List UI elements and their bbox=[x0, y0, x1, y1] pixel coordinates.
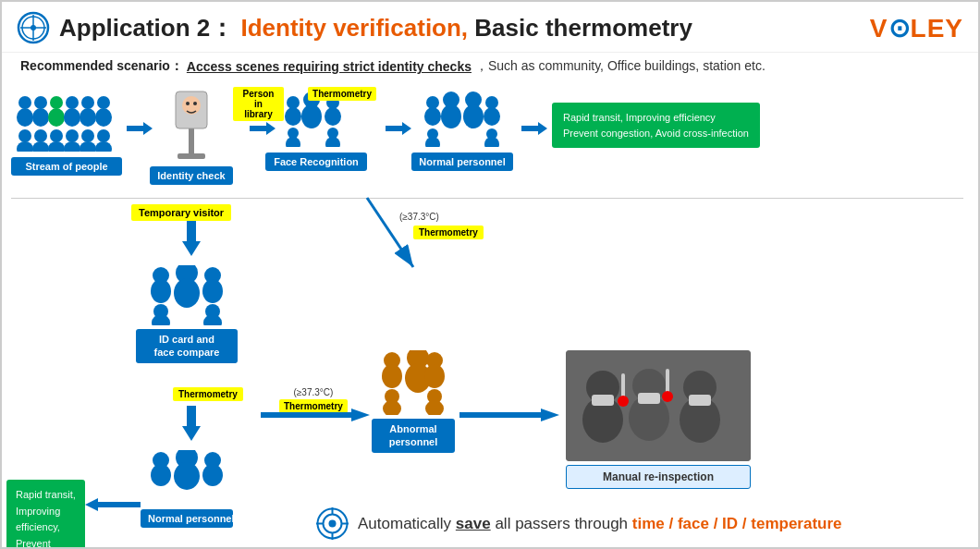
thermometry-badge-3: Thermometry bbox=[173, 387, 243, 401]
svg-marker-60 bbox=[521, 122, 547, 135]
scenario-prefix: Recommended scenario： bbox=[20, 58, 183, 75]
svg-point-86 bbox=[424, 364, 445, 388]
arrow3 bbox=[386, 119, 413, 141]
svg-point-21 bbox=[50, 129, 63, 142]
svg-marker-80 bbox=[261, 409, 370, 421]
svg-point-19 bbox=[34, 129, 47, 142]
svg-rect-97 bbox=[592, 395, 614, 406]
save-word: save bbox=[456, 515, 491, 532]
auto-save-row: Automatically save all passers through t… bbox=[316, 507, 842, 540]
temp-visitor-label: Temporary visitor bbox=[139, 207, 224, 218]
svg-point-54 bbox=[485, 96, 498, 109]
divider bbox=[11, 198, 963, 199]
person-library-badge: Person in library bbox=[233, 87, 284, 121]
svg-point-22 bbox=[48, 141, 65, 152]
svg-point-88 bbox=[383, 400, 401, 415]
manual-photo bbox=[566, 350, 751, 461]
svg-point-11 bbox=[66, 96, 79, 109]
svg-point-55 bbox=[484, 107, 500, 126]
svg-point-48 bbox=[426, 96, 439, 109]
id-card-label: ID card and face compare bbox=[136, 329, 238, 363]
normal-personnel-group: Normal personnel bbox=[416, 92, 513, 171]
svg-point-40 bbox=[301, 104, 322, 128]
diag-arrow-svg bbox=[358, 193, 423, 276]
svg-point-71 bbox=[203, 314, 222, 325]
diag-arrow-container bbox=[358, 193, 423, 280]
normal-personnel-bottom-label: Normal personnel bbox=[141, 509, 233, 528]
svg-point-23 bbox=[66, 129, 79, 142]
down-arrow-2 bbox=[182, 406, 201, 446]
arrow4 bbox=[521, 119, 549, 141]
svg-line-92 bbox=[367, 198, 413, 267]
manual-photo-svg bbox=[566, 350, 751, 461]
svg-point-67 bbox=[202, 279, 223, 303]
temp-visitor-badge: Temporary visitor bbox=[131, 204, 231, 221]
svg-point-46 bbox=[325, 137, 340, 147]
svg-point-28 bbox=[95, 141, 112, 152]
scenario-bar: Recommended scenario： Access scenes requ… bbox=[2, 53, 978, 80]
svg-marker-72 bbox=[182, 406, 201, 441]
auto-save-section: Automatically save all passers through t… bbox=[316, 507, 842, 540]
svg-point-107 bbox=[662, 391, 673, 402]
svg-point-27 bbox=[97, 129, 110, 142]
target-icon bbox=[316, 507, 349, 540]
header: Application 2： Identity verification, Ba… bbox=[2, 2, 978, 53]
stream-label: Stream of people bbox=[11, 157, 122, 176]
normal-personnel-label: Normal personnel bbox=[411, 152, 513, 171]
thermometry-badge-2: Thermometry bbox=[413, 226, 484, 239]
svg-rect-31 bbox=[178, 153, 205, 159]
svg-point-8 bbox=[32, 108, 49, 127]
svg-point-53 bbox=[463, 104, 484, 128]
stream-people-group: Stream of people bbox=[11, 92, 122, 176]
svg-point-13 bbox=[81, 96, 94, 109]
face-recog-group: Thermometry Face Recognition bbox=[279, 92, 367, 171]
svg-marker-36 bbox=[250, 122, 276, 135]
svg-point-7 bbox=[34, 96, 47, 109]
compass-icon bbox=[17, 11, 50, 44]
svg-point-38 bbox=[285, 107, 301, 126]
rapid-line1: Rapid transit, bbox=[16, 487, 76, 504]
svg-point-33 bbox=[182, 96, 201, 115]
svg-point-25 bbox=[81, 129, 94, 142]
result-green-top: Rapid transit, Improving efficiency Prev… bbox=[552, 103, 760, 148]
app-num: Application 2： bbox=[59, 14, 234, 42]
logo: V⊙LEY bbox=[870, 13, 963, 43]
arrow2 bbox=[250, 119, 277, 141]
diagram: Stream of people Pe bbox=[2, 82, 978, 535]
svg-marker-29 bbox=[127, 122, 153, 135]
scenario-highlight: Access scenes requiring strict identity … bbox=[187, 59, 472, 74]
svg-point-42 bbox=[325, 107, 341, 126]
thermometry-badge-1: Thermometry bbox=[308, 87, 376, 101]
svg-point-24 bbox=[64, 141, 80, 152]
auto-save-text: Automatically save all passers through t… bbox=[358, 515, 842, 533]
temp-threshold2: (≥37.3°C) bbox=[279, 387, 348, 397]
svg-point-5 bbox=[18, 96, 31, 109]
svg-point-16 bbox=[95, 108, 112, 127]
identity-check-group: Person in library Identity check bbox=[159, 87, 233, 185]
abnormal-people-svg bbox=[372, 350, 455, 415]
svg-point-44 bbox=[286, 137, 300, 147]
rapid-line3: Prevent congestion, bbox=[16, 536, 76, 549]
basic-thermo: Basic thermometry bbox=[474, 14, 692, 42]
thermometry3-label: Thermometry bbox=[178, 389, 238, 399]
svg-marker-93 bbox=[459, 409, 559, 421]
id-verify: Identity verification, bbox=[240, 14, 468, 42]
svg-point-110 bbox=[329, 520, 337, 528]
scenario-rest: ，Such as community, Office buildings, st… bbox=[475, 58, 766, 75]
left-arrow-bottom bbox=[85, 495, 141, 518]
svg-marker-47 bbox=[386, 122, 411, 135]
bottom-left-green-box: Rapid transit, Improving efficiency, Pre… bbox=[6, 480, 85, 549]
svg-point-69 bbox=[152, 314, 170, 325]
svg-point-17 bbox=[18, 129, 31, 142]
abnormal-label: Abnormal personnel bbox=[372, 419, 455, 453]
manual-inspection-group: Manual re-inspection bbox=[566, 350, 751, 489]
svg-rect-100 bbox=[638, 393, 660, 404]
svg-point-10 bbox=[48, 108, 65, 127]
svg-point-6 bbox=[17, 108, 33, 127]
svg-point-65 bbox=[174, 278, 200, 308]
svg-point-4 bbox=[31, 25, 36, 30]
svg-point-105 bbox=[618, 396, 629, 407]
id-card-people-svg bbox=[141, 265, 233, 325]
horiz-arrow-abnormal bbox=[261, 406, 372, 428]
svg-point-20 bbox=[32, 141, 49, 152]
